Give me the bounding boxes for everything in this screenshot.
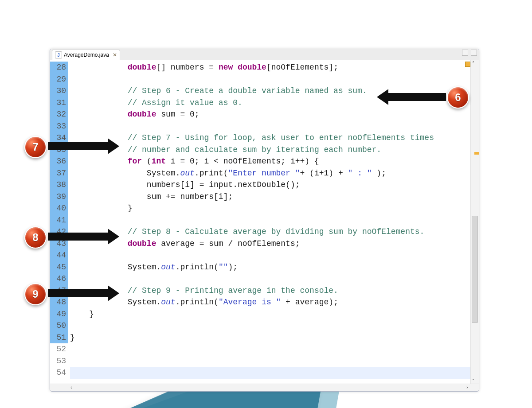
code-token: } [70, 333, 75, 342]
code-token: sum = 0; [156, 110, 199, 119]
code-line[interactable]: double sum = 0; [70, 109, 470, 120]
scrollbar-thumb[interactable] [472, 216, 478, 323]
code-token: out [161, 263, 175, 272]
arrow-head-right-icon [108, 138, 119, 154]
horizontal-scrollbar[interactable]: ‹ › [50, 384, 479, 391]
arrow-callout-8 [48, 229, 119, 245]
code-token: double [128, 110, 156, 119]
arrow-head-right-icon [108, 285, 119, 301]
scroll-down-arrow-icon[interactable]: ˅ [472, 378, 474, 383]
code-token: .print( [195, 169, 228, 178]
callout-badge-9: 9 [24, 283, 47, 305]
code-token: // number and calculate sum by iterating… [128, 145, 382, 154]
code-line[interactable]: System.out.println(""); [70, 261, 470, 273]
line-number: 36 [50, 155, 68, 167]
code-text-area[interactable]: double[] numbers = new double[noOfElemen… [68, 60, 470, 384]
code-line[interactable]: numbers[i] = input.nextDouble(); [70, 179, 470, 191]
line-number: 41 [50, 214, 68, 226]
line-number: 29 [50, 74, 68, 85]
line-number: 54 [50, 367, 68, 379]
code-token: } [89, 310, 94, 319]
code-token: double [128, 239, 156, 248]
code-line[interactable] [70, 343, 470, 355]
line-number: 33 [50, 120, 68, 132]
arrow-shaft [388, 93, 446, 101]
line-number: 40 [50, 202, 68, 214]
code-token: i = 0; i < noOfElements; i++) { [166, 157, 319, 166]
code-line[interactable]: sum += numbers[i]; [70, 191, 470, 203]
scroll-left-arrow-icon[interactable]: ‹ [68, 384, 75, 391]
code-token: out [161, 298, 175, 307]
arrow-callout-7 [48, 138, 119, 154]
line-number: 46 [50, 273, 68, 285]
arrow-shaft [48, 289, 108, 297]
line-number: 49 [50, 308, 68, 320]
code-token: " : " [348, 169, 372, 178]
line-number: 37 [50, 167, 68, 179]
code-line[interactable]: } [70, 202, 470, 214]
code-token: // Step 7 - Using for loop, ask user to … [128, 133, 434, 142]
code-token: } [128, 204, 133, 213]
code-token: sum += numbers[i]; [147, 192, 233, 201]
editor-body: 2829303132333435363738394041424344454647… [50, 60, 479, 384]
code-line[interactable] [70, 249, 470, 261]
code-token: average = sum / noOfElements; [156, 239, 300, 248]
code-token: "Enter number " [228, 169, 300, 178]
code-line[interactable]: } [70, 332, 470, 344]
code-token: .println( [176, 298, 219, 307]
code-line[interactable]: for (int i = 0; i < noOfElements; i++) { [70, 155, 470, 167]
code-token: "Average is " [219, 298, 281, 307]
code-token: + average); [281, 298, 338, 307]
code-token: // Step 6 - Create a double variable nam… [128, 86, 367, 95]
code-token: // Step 8 - Calculate average by dividin… [128, 227, 425, 236]
code-line[interactable]: // Step 7 - Using for loop, ask user to … [70, 132, 470, 144]
vertical-scrollbar[interactable]: ˄ ˅ [470, 60, 479, 384]
arrow-head-left-icon [377, 89, 388, 105]
code-token: ( [142, 157, 152, 166]
minimize-view-icon[interactable] [462, 50, 468, 56]
overview-ruler-tick-icon [474, 152, 479, 155]
overview-warning-marker-icon [465, 62, 470, 67]
close-tab-icon[interactable]: ✕ [111, 52, 117, 58]
code-token: new double [219, 63, 266, 72]
code-line[interactable]: // Step 9 - Printing average in the cons… [70, 285, 470, 297]
line-number: 53 [50, 355, 68, 367]
line-number: 45 [50, 261, 68, 273]
line-number: 39 [50, 191, 68, 203]
line-number: 44 [50, 249, 68, 261]
code-line[interactable] [70, 120, 470, 132]
code-token: for [128, 157, 142, 166]
code-line[interactable]: double average = sum / noOfElements; [70, 238, 470, 250]
line-number-gutter: 2829303132333435363738394041424344454647… [50, 60, 68, 384]
code-line[interactable]: // number and calculate sum by iterating… [70, 144, 470, 156]
code-line[interactable]: System.out.println("Average is " + avera… [70, 296, 470, 308]
scroll-right-arrow-icon[interactable]: › [464, 384, 471, 391]
line-number: 51 [50, 332, 68, 344]
code-line[interactable]: System.out.print("Enter number "+ (i+1) … [70, 167, 470, 179]
code-token: out [180, 169, 194, 178]
code-line[interactable] [70, 214, 470, 226]
code-line[interactable]: } [70, 308, 470, 320]
callout-badge-8: 8 [24, 226, 47, 249]
code-line[interactable]: // Step 8 - Calculate average by dividin… [70, 226, 470, 238]
editor-tab-active[interactable]: J AverageDemo.java ✕ [52, 50, 120, 60]
code-token: [] numbers = [156, 63, 218, 72]
maximize-view-icon[interactable] [471, 50, 477, 56]
editor-tab-bar: J AverageDemo.java ✕ [50, 49, 479, 60]
tabbar-window-controls [462, 50, 477, 56]
code-line[interactable] [70, 355, 470, 367]
line-number: 28 [50, 62, 68, 74]
code-token: // Assign it value as 0. [128, 98, 243, 107]
code-line[interactable] [70, 74, 470, 85]
code-token: System. [128, 263, 161, 272]
code-token: + (i+1) + [300, 169, 348, 178]
code-token: [noOfElements]; [266, 63, 338, 72]
code-line[interactable] [70, 367, 470, 379]
code-line[interactable]: double[] numbers = new double[noOfElemen… [70, 62, 470, 74]
arrow-shaft [48, 142, 108, 150]
code-line[interactable] [70, 273, 470, 285]
code-token: ); [228, 263, 238, 272]
code-line[interactable] [70, 320, 470, 332]
code-token: .println( [176, 263, 219, 272]
scroll-up-arrow-icon[interactable]: ˄ [472, 61, 474, 66]
